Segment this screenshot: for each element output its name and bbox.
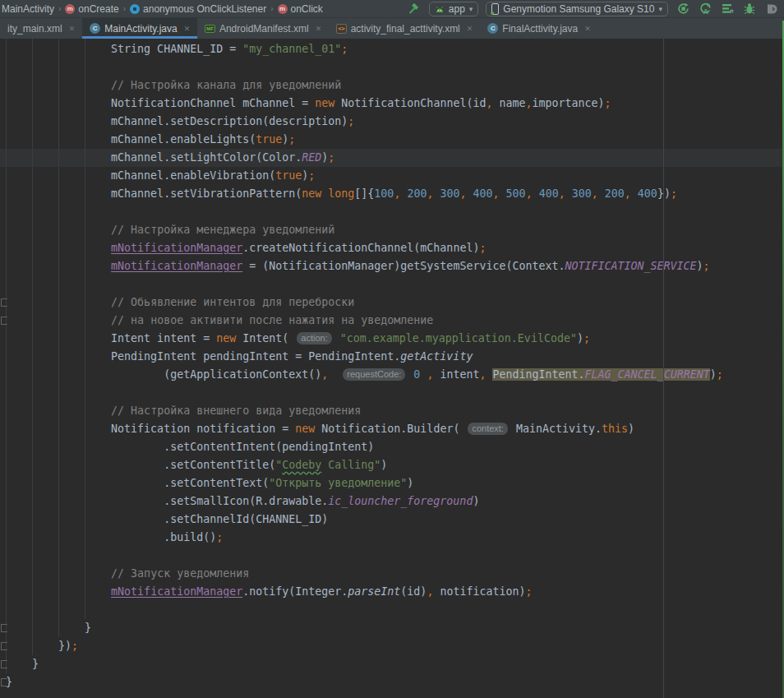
- code-line[interactable]: [6, 384, 784, 402]
- build-hammer-button[interactable]: [407, 2, 422, 16]
- tab-close-icon[interactable]: ✕: [467, 25, 473, 33]
- code-token: ): [407, 477, 413, 489]
- code-token: [500, 187, 506, 200]
- code-line[interactable]: PendingIntent pendingIntent = PendingInt…: [6, 348, 784, 366]
- device-select[interactable]: Genymotion Samsung Galaxy S10 ▾: [486, 2, 668, 16]
- code-token: NotificationChannel(id: [334, 97, 486, 109]
- code-line[interactable]: mChannel.enableLights(true);: [6, 131, 784, 149]
- code-token: long: [328, 187, 354, 200]
- class-icon: C: [487, 23, 498, 34]
- code-token: ;: [525, 585, 532, 598]
- code-line[interactable]: mNotificationManager.createNotificationC…: [6, 239, 784, 257]
- code-line[interactable]: mNotificationManager.notify(Integer.pars…: [6, 583, 784, 601]
- tab-close-icon[interactable]: ✕: [584, 25, 591, 33]
- code-line[interactable]: mChannel.setLightColor(Color.RED);: [0, 149, 784, 167]
- code-token: 300: [440, 187, 459, 200]
- code-line[interactable]: .setContentTitle("Codeby Calling"): [6, 456, 784, 474]
- debug-button[interactable]: [742, 2, 757, 16]
- run-config-select[interactable]: app ▾: [429, 2, 479, 16]
- editor-tab[interactable]: CFinalActtivity.java✕: [480, 18, 597, 39]
- code-line[interactable]: .build();: [6, 529, 784, 547]
- editor-tab[interactable]: <>activity_final_acttivity.xml✕: [329, 18, 480, 39]
- editor-tab[interactable]: MFAndroidManifest.xml✕: [197, 18, 329, 39]
- fold-marker[interactable]: [1, 317, 7, 325]
- apply-changes-restart-button[interactable]: [676, 2, 690, 16]
- code-line[interactable]: // Настройка внешнего вида уведомления: [6, 402, 784, 420]
- indent-guide: [58, 39, 59, 637]
- code-token: Codeby: [282, 459, 321, 471]
- code-line[interactable]: .setSmallIcon(R.drawable.ic_louncher_for…: [6, 492, 784, 511]
- code-line[interactable]: NotificationChannel mChannel = new Notif…: [6, 95, 784, 113]
- code-token: .setContentText(: [6, 477, 269, 489]
- code-line[interactable]: mChannel.setDescription(description);: [6, 113, 784, 131]
- code-token: ,: [493, 187, 500, 200]
- code-token: "my_channel_01": [242, 43, 341, 55]
- code-token: [631, 187, 638, 200]
- indent-guide: [85, 39, 85, 619]
- code-line[interactable]: [6, 275, 784, 294]
- breadcrumb-item[interactable]: monClick: [278, 3, 323, 15]
- code-token: ;: [583, 332, 590, 344]
- code-line[interactable]: Intent intent = new Intent( action: "com…: [6, 330, 784, 348]
- code-line[interactable]: // Запуск уведомления: [6, 565, 784, 583]
- code-line[interactable]: [6, 547, 784, 565]
- fold-marker[interactable]: [1, 678, 7, 686]
- fold-marker[interactable]: [1, 298, 7, 307]
- code-token: // Настройка менеджера уведомлений: [111, 224, 334, 236]
- code-token: []{: [354, 187, 374, 200]
- code-line[interactable]: mChannel.setVibrationPattern(new long[]{…: [6, 185, 784, 203]
- editor-tab[interactable]: ity_main.xml✕: [0, 18, 82, 39]
- code-token: PendingIntent.: [492, 368, 584, 381]
- editor-tab[interactable]: CMainActivity.java✕: [82, 18, 197, 39]
- tab-close-icon[interactable]: ✕: [184, 25, 191, 33]
- code-line[interactable]: // Обьявление интентов для переброски: [6, 294, 784, 312]
- code-editor[interactable]: String CHANNEL_ID = "my_channel_01"; // …: [0, 39, 784, 698]
- code-line[interactable]: .setContentIntent(pendingIntent): [6, 438, 784, 456]
- code-token: PendingIntent pendingIntent = PendingInt…: [6, 350, 400, 363]
- tab-close-icon[interactable]: ✕: [69, 25, 76, 33]
- fold-marker[interactable]: [1, 660, 7, 668]
- fold-marker[interactable]: [1, 624, 7, 632]
- code-token: new: [302, 187, 321, 200]
- code-token: [533, 187, 539, 200]
- code-line[interactable]: }: [6, 655, 784, 673]
- code-token: .build(): [6, 531, 216, 543]
- layout-icon: <>: [336, 24, 346, 34]
- code-token: 200: [407, 187, 427, 200]
- code-token: // на новое активити после нажатия на ув…: [111, 314, 433, 326]
- breadcrumb-label: onClick: [291, 3, 323, 15]
- breadcrumb-item[interactable]: anonymous OnClickListener: [130, 3, 266, 15]
- code-line[interactable]: mNotificationManager = (NotificationMana…: [6, 257, 784, 275]
- chevron-down-icon: ▾: [658, 5, 662, 13]
- code-token: ;: [308, 169, 315, 182]
- code-token: .notify(Integer.: [242, 585, 348, 598]
- code-line[interactable]: mChannel.enableVibration(true);: [6, 167, 784, 185]
- code-line[interactable]: [6, 203, 784, 221]
- run-tasks-icon[interactable]: [720, 2, 735, 16]
- apply-code-changes-button[interactable]: A: [698, 2, 713, 16]
- code-token: }: [6, 622, 91, 634]
- code-token: ,: [592, 187, 598, 200]
- breadcrumb-item[interactable]: MainActivity: [2, 3, 54, 15]
- code-line[interactable]: String CHANNEL_ID = "my_channel_01";: [6, 40, 784, 58]
- code-line[interactable]: }: [6, 619, 784, 637]
- fold-marker[interactable]: [1, 642, 7, 650]
- tab-close-icon[interactable]: ✕: [316, 25, 322, 33]
- breadcrumb-item[interactable]: monCreate: [65, 3, 118, 15]
- code-line[interactable]: [6, 601, 784, 619]
- code-line[interactable]: // Настройка канала для уведомлений: [6, 76, 784, 95]
- code-token: Intent(: [236, 332, 295, 344]
- code-line[interactable]: (getApplicationContext(), requestCode: 0…: [6, 366, 784, 384]
- code-line[interactable]: Notification notification = new Notifica…: [6, 420, 784, 438]
- code-line[interactable]: }: [6, 673, 784, 691]
- breadcrumb-label: onCreate: [78, 3, 118, 15]
- code-line[interactable]: [6, 58, 784, 76]
- code-line[interactable]: // на новое активити после нажатия на ув…: [6, 312, 784, 330]
- code-line[interactable]: });: [6, 637, 784, 655]
- code-line[interactable]: .setContentText("Открыть уведомление"): [6, 474, 784, 492]
- profile-button[interactable]: [764, 2, 779, 16]
- android-icon: [435, 5, 445, 13]
- code-line[interactable]: // Настройка менеджера уведомлений: [6, 221, 784, 239]
- code-token: ,: [460, 187, 467, 200]
- code-line[interactable]: .setChannelId(CHANNEL_ID): [6, 511, 784, 529]
